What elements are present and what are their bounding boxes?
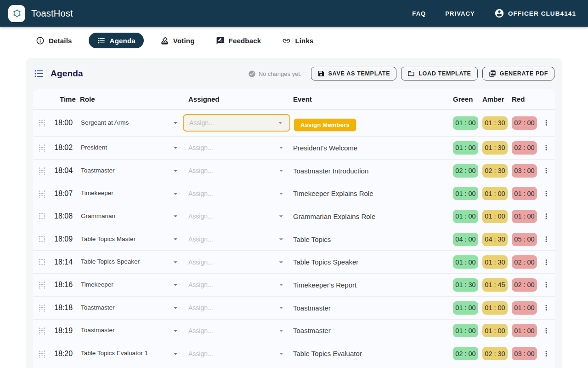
account-menu[interactable]: OFFICER CLUB4141 [494, 8, 576, 18]
red-time-badge[interactable]: 01 : 00 [512, 324, 537, 337]
tab-feedback[interactable]: Feedback [211, 33, 266, 48]
amber-time-badge[interactable]: 01 : 30 [482, 141, 508, 155]
role-select[interactable]: Toastmaster [80, 160, 183, 182]
role-select[interactable]: President [80, 137, 183, 159]
amber-time-badge[interactable]: 01 : 30 [482, 116, 508, 130]
role-select[interactable]: Table Topics Speaker [80, 251, 183, 273]
row-menu-button[interactable] [541, 350, 551, 358]
generate-pdf-button[interactable]: GENERATE PDF [482, 67, 554, 80]
row-menu-button[interactable] [541, 144, 551, 152]
green-time-badge[interactable]: 01 : 30 [453, 278, 478, 292]
assign-select[interactable]: Assign... [183, 139, 290, 156]
red-time-badge[interactable]: 03 : 00 [512, 164, 537, 178]
nav-link-privacy[interactable]: PRIVACY [445, 10, 475, 17]
tab-voting[interactable]: Voting [156, 33, 199, 48]
assign-select[interactable]: Assign... [183, 230, 290, 248]
row-menu-button[interactable] [541, 235, 551, 243]
folder-open-icon [407, 70, 415, 77]
amber-time-badge[interactable]: 01 : 00 [482, 187, 508, 200]
assign-select[interactable]: Assign... [183, 299, 290, 316]
chevron-down-icon [171, 235, 180, 244]
role-select[interactable]: Timekeeper [80, 182, 183, 205]
amber-time-badge[interactable]: 01 : 45 [482, 278, 508, 292]
row-menu-button[interactable] [541, 190, 551, 198]
amber-time-badge[interactable]: 01 : 00 [482, 301, 508, 315]
row-menu-button[interactable] [541, 119, 551, 127]
red-time-badge[interactable]: 01 : 00 [512, 187, 537, 200]
amber-time-badge[interactable]: 02 : 30 [482, 164, 508, 178]
tab-links[interactable]: Links [277, 33, 318, 48]
role-value: Toastmaster [81, 166, 115, 176]
role-select[interactable]: Timekeeper [80, 274, 183, 296]
green-time-badge[interactable]: 04 : 00 [453, 233, 478, 246]
green-time-badge[interactable]: 01 : 00 [453, 324, 478, 337]
tab-agenda[interactable]: Agenda [89, 33, 144, 48]
assign-select[interactable]: Assign... [183, 345, 290, 362]
drag-handle[interactable] [37, 304, 53, 312]
red-time-badge[interactable]: 02 : 00 [512, 255, 537, 269]
assign-placeholder: Assign... [188, 213, 213, 220]
red-time-badge[interactable]: 03 : 00 [512, 347, 537, 360]
role-select[interactable]: Toastmaster [80, 320, 183, 342]
row-menu-button[interactable] [541, 212, 551, 220]
amber-time-badge[interactable]: 01 : 00 [482, 324, 508, 337]
green-time-badge[interactable]: 01 : 00 [453, 301, 478, 315]
role-select[interactable]: Table Topics Master [80, 228, 183, 251]
assign-select[interactable]: Assign... [183, 162, 290, 179]
assign-select[interactable]: Assign... [183, 253, 290, 271]
agenda-card-header: Agenda No changes yet. SAVE AS TEMPLATEL… [26, 58, 562, 89]
green-time-badge[interactable]: 01 : 00 [453, 116, 478, 130]
drag-handle[interactable] [37, 350, 53, 358]
assign-select[interactable]: Assign... [183, 276, 290, 293]
role-value: Timekeeper [81, 280, 113, 290]
red-time-badge[interactable]: 02 : 00 [512, 116, 537, 130]
assign-select[interactable]: Assign... [183, 114, 290, 132]
nav-link-faq[interactable]: FAQ [412, 10, 426, 17]
drag-handle[interactable] [37, 281, 53, 289]
green-time-badge[interactable]: 02 : 00 [453, 164, 478, 178]
red-time-badge[interactable]: 05 : 00 [512, 233, 537, 246]
drag-handle[interactable] [37, 235, 53, 243]
green-time-badge[interactable]: 02 : 00 [453, 347, 478, 360]
green-time-badge[interactable]: 01 : 00 [453, 210, 478, 223]
drag-handle[interactable] [37, 144, 53, 152]
assign-select[interactable]: Assign... [183, 185, 290, 202]
assign-select[interactable]: Assign... [183, 322, 290, 339]
red-time-badge[interactable]: 02 : 00 [512, 141, 537, 155]
row-event: Toastmaster [293, 304, 453, 312]
app-logo[interactable] [8, 5, 25, 22]
green-time-badge[interactable]: 01 : 00 [453, 187, 478, 200]
red-time-badge[interactable]: 02 : 00 [512, 278, 537, 292]
amber-time-badge[interactable]: 01 : 00 [482, 210, 508, 223]
drag-handle[interactable] [37, 327, 53, 335]
row-menu-button[interactable] [541, 327, 551, 335]
role-select[interactable]: Toastmaster [80, 297, 183, 319]
green-time-badge[interactable]: 01 : 00 [453, 255, 478, 269]
drag-handle[interactable] [37, 190, 53, 198]
role-select[interactable]: Grammarian [80, 205, 183, 228]
load-template-button[interactable]: LOAD TEMPLATE [401, 67, 477, 80]
row-menu-button[interactable] [541, 304, 551, 312]
amber-time-badge[interactable]: 02 : 30 [482, 347, 508, 360]
drag-handle[interactable] [37, 119, 53, 127]
row-menu-button[interactable] [541, 167, 551, 175]
save-as-template-button[interactable]: SAVE AS TEMPLATE [311, 67, 397, 80]
green-time-badge[interactable]: 01 : 00 [453, 141, 478, 155]
red-time-badge[interactable]: 01 : 00 [512, 301, 537, 315]
red-time-badge[interactable]: 01 : 00 [512, 210, 537, 223]
role-select[interactable]: Sergeant at Arms [80, 109, 183, 136]
drag-handle[interactable] [37, 258, 53, 266]
assign-members-tooltip: Assign Members [294, 119, 356, 131]
tab-details[interactable]: Details [31, 33, 77, 48]
role-select[interactable]: Table Topics Evaluator 1 [80, 342, 183, 365]
assign-select[interactable]: Assign... [183, 207, 290, 225]
row-menu-button[interactable] [541, 258, 551, 266]
kebab-menu-icon [542, 327, 550, 335]
drag-handle[interactable] [37, 212, 53, 220]
drag-handle[interactable] [37, 167, 53, 175]
assign-placeholder: Assign... [188, 190, 213, 197]
amber-time-badge[interactable]: 04 : 30 [482, 233, 508, 246]
amber-time-badge[interactable]: 01 : 30 [482, 255, 508, 269]
chevron-down-icon [171, 118, 180, 127]
row-menu-button[interactable] [541, 281, 551, 289]
